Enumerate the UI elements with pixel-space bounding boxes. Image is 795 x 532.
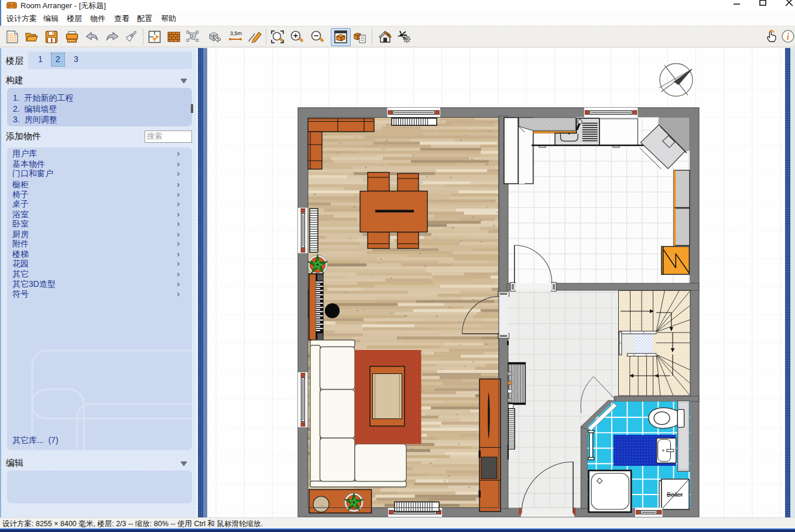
svg-text:Boiler: Boiler — [667, 491, 683, 498]
svg-text:...: ... — [319, 502, 323, 507]
svg-text:i: i — [787, 32, 790, 42]
svg-text:3,5m: 3,5m — [230, 30, 242, 36]
